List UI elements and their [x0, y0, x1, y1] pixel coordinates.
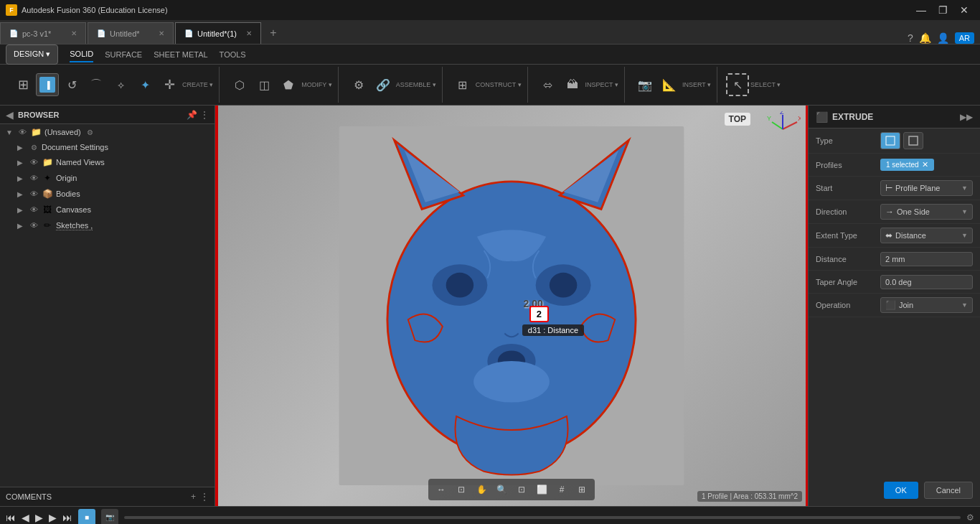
tab-untitled[interactable]: 📄 Untitled* ✕	[88, 22, 174, 44]
main-area: ◀ BROWSER 📌 ⋮ ▼ 👁 📁 (Unsaved) ⚙ ▶ ⚙ Docu…	[0, 106, 980, 506]
modify-btn3[interactable]: ⬟	[277, 73, 300, 96]
insert-btn2[interactable]: 📐	[658, 73, 681, 96]
visibility-icon[interactable]: 👁	[29, 173, 39, 183]
type-btn-surface[interactable]	[903, 132, 923, 149]
user-icon[interactable]: 👤	[937, 32, 949, 44]
orbit-button[interactable]: ↔	[433, 481, 450, 498]
assemble-btn2[interactable]: 🔗	[372, 73, 395, 96]
timeline-item[interactable]: ■	[78, 509, 95, 525]
tab-close-icon[interactable]: ✕	[71, 29, 77, 37]
view-options-button[interactable]: ⊞	[573, 481, 590, 498]
cancel-button[interactable]: Cancel	[924, 482, 973, 499]
fitscreen-button[interactable]: ⊡	[513, 481, 530, 498]
start-select[interactable]: ⊢ Profile Plane ▼	[880, 180, 973, 196]
zoom-button[interactable]: 🔍	[493, 481, 510, 498]
comments-pin-icon[interactable]: ⋮	[200, 492, 209, 502]
minimize-button[interactable]: —	[911, 2, 931, 18]
distance-value[interactable]: 2	[529, 306, 549, 322]
modify-btn1[interactable]: ⬡	[228, 73, 251, 96]
pan-button[interactable]: ⊡	[453, 481, 470, 498]
browser-more-icon[interactable]: ⋮	[200, 110, 209, 120]
assemble-btn1[interactable]: ⚙	[347, 73, 370, 96]
visibility-icon[interactable]: 👁	[29, 157, 39, 167]
new-tab-button[interactable]: +	[263, 22, 284, 44]
named-views-label: Named Views	[56, 158, 105, 167]
panel-expand-icon[interactable]: ▶▶	[960, 112, 973, 122]
design-menu-button[interactable]: DESIGN ▾	[6, 45, 58, 65]
browser-item-canvases[interactable]: ▶ 👁 🖼 Canvases	[0, 202, 215, 217]
comments-add-icon[interactable]: +	[191, 492, 196, 502]
visibility-icon[interactable]: 👁	[29, 205, 39, 215]
tab-solid[interactable]: SOLID	[70, 47, 93, 62]
browser-item-bodies[interactable]: ▶ 👁 📦 Bodies	[0, 186, 215, 202]
tab-pc3[interactable]: 📄 pc-3 v1* ✕	[0, 22, 86, 44]
modify-btn2[interactable]: ◫	[253, 73, 275, 96]
browser-item-docsettings[interactable]: ▶ ⚙ Document Settings	[0, 140, 215, 154]
construct-btn1[interactable]: ⊞	[451, 73, 474, 96]
browser-item-namedviews[interactable]: ▶ 👁 📁 Named Views	[0, 154, 215, 170]
viewport[interactable]: 2.00 2 d31 : Distance TOP X Y Z ↔ ⊡ ✋ 🔍 …	[215, 106, 808, 506]
browser-pin-icon[interactable]: 📌	[187, 110, 197, 120]
type-btn-solid[interactable]	[880, 132, 900, 149]
operation-select[interactable]: ⬛ Join ▼	[880, 297, 973, 313]
profile-badge[interactable]: 1 selected ✕	[880, 159, 934, 171]
tab-sheetmetal[interactable]: SHEET METAL	[154, 47, 207, 62]
display-mode-button[interactable]: ⬜	[533, 481, 550, 498]
move-button[interactable]: ✛	[158, 73, 181, 96]
tab-tools[interactable]: TOOLS	[220, 47, 246, 62]
visibility-icon[interactable]: 👁	[17, 127, 27, 137]
close-button[interactable]: ✕	[954, 2, 974, 18]
grid-button[interactable]: #	[553, 481, 570, 498]
extent-value: Distance	[895, 231, 926, 240]
extent-type-row: Extent Type ⬌ Distance ▼	[809, 224, 980, 248]
item-label: (Unsaved)	[44, 128, 81, 136]
loft-button[interactable]: ⟡	[109, 73, 132, 96]
hand-button[interactable]: ✋	[473, 481, 490, 498]
inspect-btn1[interactable]: ⬄	[537, 73, 560, 96]
restore-button[interactable]: ❐	[933, 2, 953, 18]
extrude-button[interactable]: ▐	[36, 73, 59, 96]
distance-input[interactable]	[880, 252, 973, 266]
move-icon: ✛	[161, 77, 177, 93]
loft-icon: ⟡	[113, 77, 128, 93]
extent-type-select[interactable]: ⬌ Distance ▼	[880, 228, 973, 243]
red-border-right	[806, 106, 808, 506]
sweep-button[interactable]: ⌒	[85, 73, 108, 96]
direction-icon: →	[885, 207, 894, 217]
browser-item-origin[interactable]: ▶ 👁 ✦ Origin	[0, 170, 215, 186]
revolve-button[interactable]: ↺	[60, 73, 83, 96]
next-frame-button[interactable]: ▶	[49, 512, 57, 523]
browser-item-sketches[interactable]: ▶ 👁 ✏ Sketches ,	[0, 217, 215, 233]
settings-icon[interactable]: AR	[955, 32, 974, 44]
create-more-button[interactable]: ✦	[133, 73, 156, 96]
first-frame-button[interactable]: ⏮	[6, 512, 16, 523]
visibility-icon[interactable]: 👁	[29, 189, 39, 199]
timeline-camera[interactable]: 📷	[101, 509, 118, 525]
inspect-group: ⬄ 🏔 INSPECT ▾	[531, 67, 625, 103]
prev-frame-button[interactable]: ◀	[22, 512, 29, 523]
help-icon[interactable]: ?	[908, 32, 913, 44]
tab-untitled1[interactable]: 📄 Untitled*(1) ✕	[175, 22, 261, 44]
direction-select[interactable]: → One Side ▼	[880, 204, 973, 220]
design-label: DESIGN ▾	[14, 50, 50, 59]
profile-clear-icon[interactable]: ✕	[922, 160, 928, 169]
taper-angle-input[interactable]	[880, 275, 973, 289]
more-actions-icon[interactable]: ⚙	[87, 128, 93, 136]
select-btn1[interactable]: ↖	[726, 73, 749, 96]
tab-surface[interactable]: SURFACE	[105, 47, 142, 62]
tab-close-icon[interactable]: ✕	[159, 29, 164, 37]
last-frame-button[interactable]: ⏭	[62, 512, 72, 523]
inspect-btn2[interactable]: 🏔	[561, 73, 584, 96]
browser-item-unsaved[interactable]: ▼ 👁 📁 (Unsaved) ⚙	[0, 124, 215, 140]
insert-btn1[interactable]: 📷	[633, 73, 656, 96]
notification-icon[interactable]: 🔔	[919, 32, 931, 44]
new-component-button[interactable]: ⊞	[11, 73, 34, 96]
insert-icon2: 📐	[661, 77, 677, 93]
select-icon1: ↖	[730, 77, 745, 93]
ok-button[interactable]: OK	[884, 482, 918, 499]
tab-close-icon[interactable]: ✕	[246, 29, 252, 37]
play-button[interactable]: ▶	[35, 512, 43, 523]
visibility-icon[interactable]: 👁	[29, 220, 39, 230]
timeline-settings-icon[interactable]: ⚙	[966, 513, 974, 523]
select-buttons: ↖	[726, 73, 749, 96]
